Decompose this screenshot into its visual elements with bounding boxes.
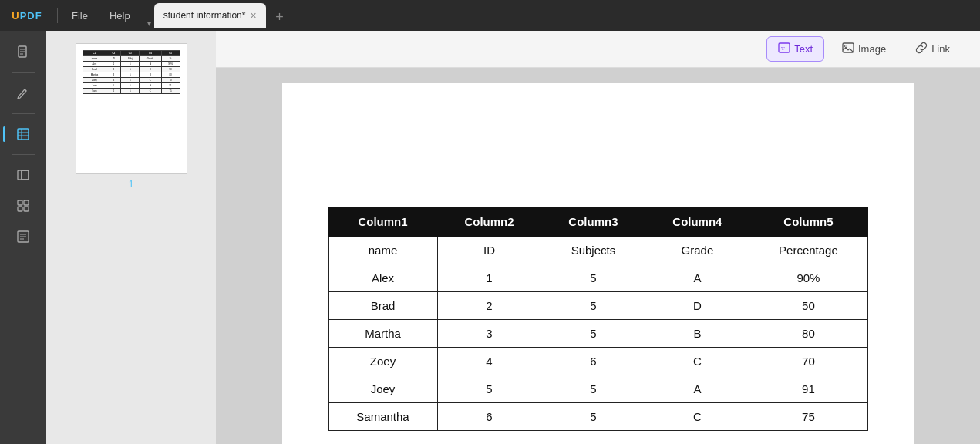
table-cell: D [645, 292, 749, 320]
image-tool-label: Image [858, 43, 886, 55]
sidebar-divider-3 [12, 154, 35, 155]
table-cell: 5 [541, 292, 645, 320]
sidebar-divider-2 [12, 113, 35, 114]
table-row: nameIDSubjectsGradePercentage [328, 237, 867, 264]
sidebar-icon-convert[interactable] [9, 223, 37, 251]
table-cell: ID [437, 237, 541, 264]
table-cell: 75 [749, 403, 867, 431]
table-header-row: Column1Column2Column3Column4Column5 [328, 207, 867, 237]
table-cell: Grade [645, 237, 749, 264]
top-bar: UPDF File Help ▾ student information* × … [0, 0, 980, 31]
table-row: Martha35B80 [328, 320, 867, 348]
table-cell: B [645, 320, 749, 348]
sidebar-icon-organize[interactable] [9, 192, 37, 220]
table-cell: 5 [541, 320, 645, 348]
thumbnail-panel: C1C2C3C4C5 nameIDSubjGrade% Alex15A90% B… [46, 31, 216, 444]
table-cell: 6 [437, 403, 541, 431]
table-cell: Zoey [328, 348, 437, 375]
document-scroll[interactable]: Column1Column2Column3Column4Column5 name… [216, 68, 980, 444]
table-header-cell: Column5 [749, 207, 867, 237]
table-cell: 5 [541, 375, 645, 403]
page-number: 1 [129, 179, 134, 190]
sidebar-icon-edit[interactable] [9, 79, 37, 107]
new-tab-button[interactable]: + [269, 6, 291, 28]
table-cell: 1 [437, 264, 541, 292]
table-body: nameIDSubjectsGradePercentageAlex15A90%B… [328, 237, 867, 431]
image-tool-icon [842, 42, 854, 56]
text-tool-button[interactable]: T Text [766, 36, 824, 62]
table-cell: Percentage [749, 237, 867, 264]
sidebar-icon-pages[interactable] [9, 161, 37, 189]
tabs-area: ▾ student information* × + [141, 3, 980, 28]
table-header-cell: Column1 [328, 207, 437, 237]
tab-arrow-icon: ▾ [147, 19, 151, 28]
table-cell: 5 [437, 375, 541, 403]
table-cell: 80 [749, 320, 867, 348]
table-header-cell: Column2 [437, 207, 541, 237]
table-cell: 90% [749, 264, 867, 292]
table-cell: Brad [328, 292, 437, 320]
document-page: Column1Column2Column3Column4Column5 name… [282, 83, 914, 444]
file-menu[interactable]: File [61, 0, 99, 31]
svg-rect-4 [18, 129, 29, 140]
table-header-cell: Column4 [645, 207, 749, 237]
table-cell: name [328, 237, 437, 264]
table-row: Brad25D50 [328, 292, 867, 320]
table-cell: 50 [749, 292, 867, 320]
svg-rect-9 [22, 170, 29, 180]
svg-text:T: T [781, 45, 785, 52]
toolbar: T Text Image [216, 31, 980, 68]
table-cell: Samantha [328, 403, 437, 431]
table-header-cell: Column3 [541, 207, 645, 237]
svg-point-22 [845, 45, 847, 48]
link-tool-icon [915, 42, 928, 56]
table-row: Samantha65C75 [328, 403, 867, 431]
text-tool-label: Text [794, 43, 813, 55]
table-row: Alex15A90% [328, 264, 867, 292]
thumbnail-table: C1C2C3C4C5 nameIDSubjGrade% Alex15A90% B… [83, 50, 180, 94]
tab-close-button[interactable]: × [250, 10, 256, 21]
sidebar-divider-1 [12, 72, 35, 73]
table-cell: Joey [328, 375, 437, 403]
active-tab[interactable]: student information* × [154, 3, 266, 28]
table-cell: A [645, 375, 749, 403]
main-layout: C1C2C3C4C5 nameIDSubjGrade% Alex15A90% B… [0, 31, 980, 444]
thumbnail-image: C1C2C3C4C5 nameIDSubjGrade% Alex15A90% B… [76, 43, 187, 174]
svg-rect-12 [24, 200, 29, 205]
table-cell: 5 [541, 403, 645, 431]
help-menu[interactable]: Help [99, 0, 141, 31]
table-cell: C [645, 348, 749, 375]
svg-rect-11 [18, 200, 22, 205]
table-cell: 3 [437, 320, 541, 348]
table-cell: 5 [541, 264, 645, 292]
sidebar-icon-document[interactable] [9, 39, 37, 66]
sidebar [0, 31, 46, 444]
data-table: Column1Column2Column3Column4Column5 name… [328, 207, 868, 431]
table-cell: 4 [437, 348, 541, 375]
table-cell: Alex [328, 264, 437, 292]
link-tool-button[interactable]: Link [904, 36, 961, 62]
table-cell: 2 [437, 292, 541, 320]
table-cell: Martha [328, 320, 437, 348]
sidebar-icon-table[interactable] [9, 120, 37, 148]
table-row: Zoey46C70 [328, 348, 867, 375]
table-cell: 70 [749, 348, 867, 375]
tab-label: student information* [163, 10, 246, 21]
divider [57, 8, 58, 23]
table-cell: 91 [749, 375, 867, 403]
link-tool-label: Link [931, 43, 950, 55]
text-tool-icon: T [778, 42, 790, 56]
logo-text: UPDF [12, 10, 42, 22]
table-cell: 6 [541, 348, 645, 375]
svg-rect-14 [24, 207, 29, 211]
app-logo: UPDF [0, 0, 54, 31]
thumbnail-page-1[interactable]: C1C2C3C4C5 nameIDSubjGrade% Alex15A90% B… [76, 43, 187, 190]
table-row: Joey55A91 [328, 375, 867, 403]
table-cell: A [645, 264, 749, 292]
table-cell: Subjects [541, 237, 645, 264]
image-tool-button[interactable]: Image [830, 36, 897, 62]
content-area: T Text Image [216, 31, 980, 444]
svg-rect-13 [18, 207, 22, 211]
table-cell: C [645, 403, 749, 431]
